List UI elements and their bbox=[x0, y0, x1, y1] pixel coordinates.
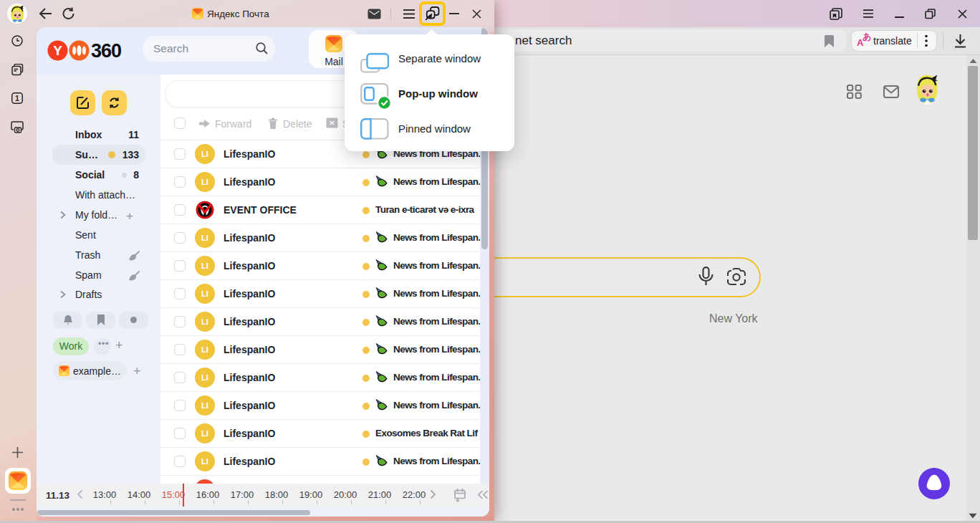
svg-text:1: 1 bbox=[15, 94, 19, 102]
svg-text:Y: Y bbox=[53, 43, 62, 58]
